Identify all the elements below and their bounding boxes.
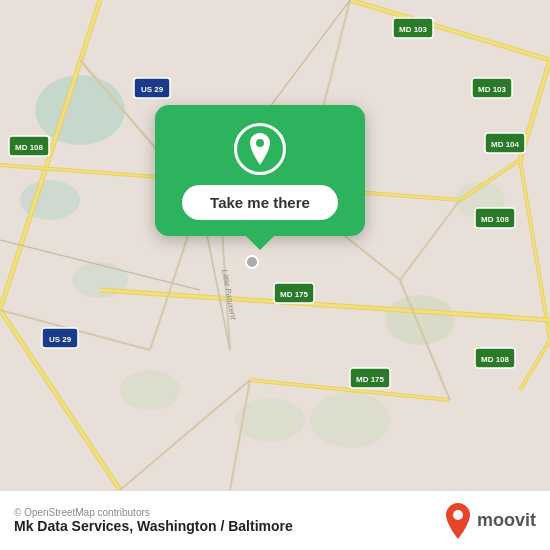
location-dot — [245, 255, 259, 269]
map-svg: US 29 US 29 MD 103 MD 103 MD 104 MD 108 … — [0, 0, 550, 490]
svg-point-4 — [310, 392, 390, 448]
svg-text:MD 104: MD 104 — [491, 140, 520, 149]
svg-text:US 29: US 29 — [49, 335, 72, 344]
svg-point-5 — [120, 370, 180, 410]
svg-point-63 — [256, 139, 264, 147]
svg-text:MD 103: MD 103 — [399, 25, 428, 34]
svg-text:MD 108: MD 108 — [481, 355, 510, 364]
location-popup: Take me there — [155, 105, 365, 236]
location-label: Mk Data Services, Washington / Baltimore — [14, 518, 293, 534]
svg-text:MD 108: MD 108 — [481, 215, 510, 224]
svg-point-3 — [385, 295, 455, 345]
svg-text:MD 108: MD 108 — [15, 143, 44, 152]
svg-point-1 — [35, 75, 125, 145]
osm-credit: © OpenStreetMap contributors — [14, 507, 293, 518]
moovit-pin-icon — [443, 503, 473, 539]
svg-text:US 29: US 29 — [141, 85, 164, 94]
bottom-bar: © OpenStreetMap contributors Mk Data Ser… — [0, 490, 550, 550]
moovit-logo: moovit — [443, 503, 536, 539]
svg-text:MD 175: MD 175 — [356, 375, 385, 384]
moovit-text: moovit — [477, 510, 536, 531]
bottom-left: © OpenStreetMap contributors Mk Data Ser… — [14, 507, 293, 534]
svg-point-64 — [453, 510, 463, 520]
location-pin-icon — [234, 123, 286, 175]
svg-text:MD 175: MD 175 — [280, 290, 309, 299]
take-me-there-button[interactable]: Take me there — [182, 185, 338, 220]
map-container: US 29 US 29 MD 103 MD 103 MD 104 MD 108 … — [0, 0, 550, 490]
svg-text:MD 103: MD 103 — [478, 85, 507, 94]
